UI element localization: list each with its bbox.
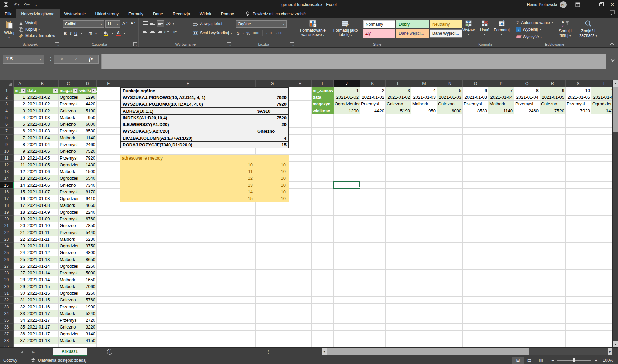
cell-T3[interactable]: Ogrodzieniec	[591, 101, 612, 107]
borders-dropdown-icon[interactable]: ▾	[95, 32, 97, 35]
align-right-button[interactable]	[157, 30, 162, 35]
cell-G4[interactable]: $A$10	[256, 108, 288, 114]
wrap-text-button[interactable]: Zawijaj tekst	[193, 21, 222, 26]
copy-button[interactable]: Kopiuj ▾	[18, 27, 40, 32]
cell-B21[interactable]: 2021-01-10	[26, 222, 58, 229]
cell-G17[interactable]: 10	[256, 195, 287, 202]
row-header-33[interactable]: 33	[0, 304, 14, 310]
fill-color-button[interactable]	[103, 30, 109, 37]
font-color-button[interactable]: A	[116, 31, 121, 36]
find-select-button[interactable]: Znajdź izaznacz ▾	[578, 18, 599, 38]
save-button[interactable]	[3, 2, 9, 7]
select-all-corner[interactable]	[0, 80, 14, 87]
cell-A21[interactable]: 20	[14, 222, 26, 229]
cell-A25[interactable]: 24	[14, 249, 26, 256]
tab-uklad-strony[interactable]: Układ strony	[90, 9, 123, 18]
delete-dropdown-icon[interactable]: ▾	[484, 33, 485, 36]
row-header-10[interactable]: 10	[0, 148, 14, 155]
format-painter-button[interactable]: Malarz formatów	[18, 33, 55, 39]
col-header-H[interactable]: H	[289, 80, 312, 87]
tab-narzedzia-glowne[interactable]: Narzędzia główne	[16, 9, 59, 18]
cell-J4[interactable]: 1290	[334, 107, 360, 114]
accessibility-status[interactable]: Ułatwienia dostępu: zbadaj	[38, 358, 86, 363]
row-header-12[interactable]: 12	[0, 162, 14, 168]
cell-F7[interactable]: WYSZUKAJ(5,A2:C20)	[122, 128, 255, 135]
cell-Q4[interactable]: 2460	[514, 107, 540, 114]
row-header-13[interactable]: 13	[0, 168, 14, 175]
cancel-formula-icon[interactable]: ✕	[60, 57, 64, 62]
row-header-22[interactable]: 22	[0, 229, 14, 236]
cell-F14[interactable]: 12	[120, 175, 254, 182]
cell-D9[interactable]: 2460	[78, 141, 96, 148]
cell-D14[interactable]: 5540	[78, 175, 96, 181]
cell-C16[interactable]: Przemysl	[59, 189, 78, 195]
cell-B17[interactable]: 2021-01-08	[26, 195, 58, 202]
col-header-G[interactable]: G	[256, 80, 289, 87]
cell-C32[interactable]: Gniezno	[59, 297, 78, 303]
cell-C15[interactable]: Gniezno	[59, 182, 78, 188]
cell-A5[interactable]: 4	[14, 114, 26, 121]
row-header-38[interactable]: 38	[0, 337, 14, 344]
cell-C22[interactable]: Przemysl	[59, 229, 78, 236]
cell-B32[interactable]: 2021-01-15	[26, 297, 58, 303]
cell-C8[interactable]: Malbork	[59, 135, 78, 141]
row-header-35[interactable]: 35	[0, 317, 14, 324]
cell-S2[interactable]: 2021-01-05	[566, 94, 591, 100]
accessibility-icon[interactable]	[31, 358, 36, 363]
undo-button[interactable]: ↶▾	[14, 2, 19, 7]
cell-C3[interactable]: Przemysl	[59, 101, 78, 107]
cell-D19[interactable]: 2240	[78, 209, 96, 215]
cell-C24[interactable]: Ogrodzieniec	[59, 243, 78, 249]
cell-A34[interactable]: 33	[14, 310, 26, 317]
next-sheet-icon[interactable]: ►	[28, 348, 39, 356]
cell-N4[interactable]: 6000	[437, 107, 462, 114]
cell-B36[interactable]: 2021-01-17	[26, 324, 58, 330]
tab-formuly[interactable]: Formuły	[123, 9, 148, 18]
insert-dropdown-icon[interactable]: ▾	[468, 33, 469, 36]
cell-L2[interactable]: 2021-01-02	[386, 94, 411, 100]
cell-A10[interactable]: 9	[14, 148, 26, 154]
page-layout-view-button[interactable]: ▤	[524, 357, 535, 364]
col-header-B[interactable]: B	[26, 80, 59, 87]
cell-G9[interactable]: 15	[256, 142, 288, 148]
cell-D3[interactable]: 4420	[78, 101, 96, 107]
cell-G1[interactable]	[256, 88, 288, 94]
cell-D38[interactable]: 4150	[78, 337, 96, 344]
horizontal-scrollbar[interactable]: ◄ ►	[322, 348, 612, 355]
undo-dropdown-icon[interactable]: ▾	[18, 3, 19, 6]
cell-D12[interactable]: 1430	[78, 162, 96, 168]
col-header-N[interactable]: N	[437, 80, 463, 87]
cell-P1[interactable]: 7	[488, 87, 514, 94]
cell-A18[interactable]: 17	[14, 202, 26, 209]
row-header-5[interactable]: 5	[0, 114, 14, 121]
col-header-M[interactable]: M	[411, 80, 437, 87]
cell-S1[interactable]: 10	[566, 87, 591, 94]
cell-C12[interactable]: Ogrodzieniec	[59, 162, 78, 168]
user-name[interactable]: Heniu Piotrowski	[527, 2, 557, 7]
cell-A12[interactable]: 11	[14, 162, 26, 168]
cell-F4[interactable]: ADRES(10,1,1)	[122, 108, 255, 114]
increase-font-button[interactable]: A▲	[122, 21, 128, 26]
cell-D10[interactable]: 7520	[78, 148, 96, 154]
row-header-14[interactable]: 14	[0, 175, 14, 182]
cell-O4[interactable]: 8530	[463, 107, 488, 114]
currency-dropdown-icon[interactable]: ▾	[242, 32, 244, 35]
enter-formula-icon[interactable]: ✓	[74, 57, 78, 62]
cell-B15[interactable]: 2021-01-06	[26, 182, 58, 188]
cell-S3[interactable]: Przemysl	[566, 101, 591, 107]
style-chip[interactable]: Dane wyjści...	[430, 29, 462, 38]
row-header-7[interactable]: 7	[0, 128, 14, 135]
cell-A36[interactable]: 35	[14, 324, 26, 330]
cell-D22[interactable]: 5440	[78, 229, 96, 236]
cell-C11[interactable]: Przemysl	[59, 155, 78, 161]
cell-A28[interactable]: 27	[14, 270, 26, 276]
cell-M2[interactable]: 2021-01-03	[411, 94, 437, 100]
avatar[interactable]: HP	[560, 1, 567, 8]
filter-icon[interactable]: ▼	[73, 88, 78, 93]
cell-D32[interactable]: 5760	[78, 297, 96, 303]
fill-dropdown-icon[interactable]: ▾	[540, 28, 541, 31]
cell-G8[interactable]: 4	[256, 135, 288, 141]
cell-D28[interactable]: 5000	[78, 270, 96, 276]
cell-Q1[interactable]: 8	[514, 87, 540, 94]
cell-B11[interactable]: 2021-01-05	[26, 155, 58, 161]
